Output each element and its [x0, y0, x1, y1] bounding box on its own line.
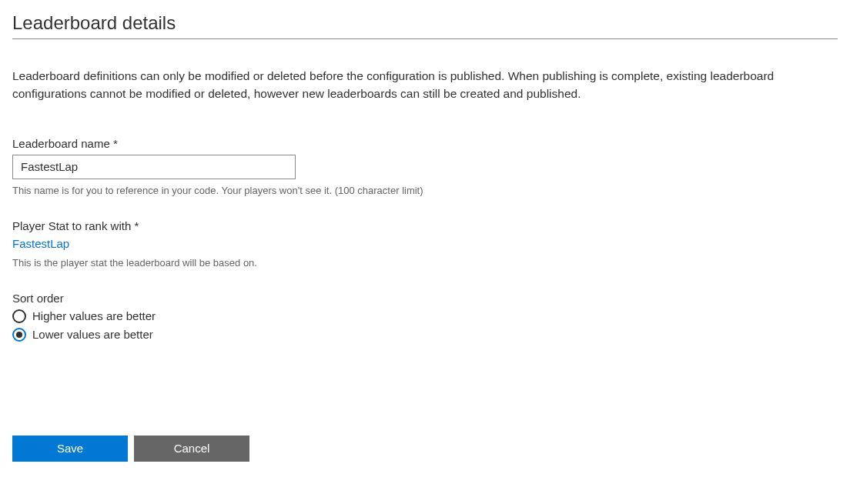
cancel-button[interactable]: Cancel — [134, 436, 249, 462]
radio-icon — [12, 309, 26, 323]
stat-helper-text: This is the player stat the leaderboard … — [12, 256, 838, 270]
stat-label: Player Stat to rank with * — [12, 219, 838, 232]
radio-lower-label: Lower values are better — [32, 328, 153, 341]
radio-icon — [12, 328, 26, 342]
button-row: Save Cancel — [12, 436, 838, 462]
radio-lower-values[interactable]: Lower values are better — [12, 326, 838, 343]
leaderboard-name-input[interactable] — [12, 155, 296, 179]
player-stat-link[interactable]: FastestLap — [12, 237, 838, 250]
radio-higher-label: Higher values are better — [32, 309, 156, 322]
save-button[interactable]: Save — [12, 436, 128, 462]
name-helper-text: This name is for you to reference in you… — [12, 184, 838, 198]
radio-higher-values[interactable]: Higher values are better — [12, 308, 838, 325]
sort-section: Sort order Higher values are better Lowe… — [12, 292, 838, 343]
page-title: Leaderboard details — [12, 12, 838, 39]
name-section: Leaderboard name * This name is for you … — [12, 137, 838, 198]
name-label: Leaderboard name * — [12, 137, 838, 150]
page-description: Leaderboard definitions can only be modi… — [12, 67, 838, 103]
sort-order-label: Sort order — [12, 292, 838, 305]
stat-section: Player Stat to rank with * FastestLap Th… — [12, 219, 838, 270]
sort-radio-group: Higher values are better Lower values ar… — [12, 308, 838, 343]
